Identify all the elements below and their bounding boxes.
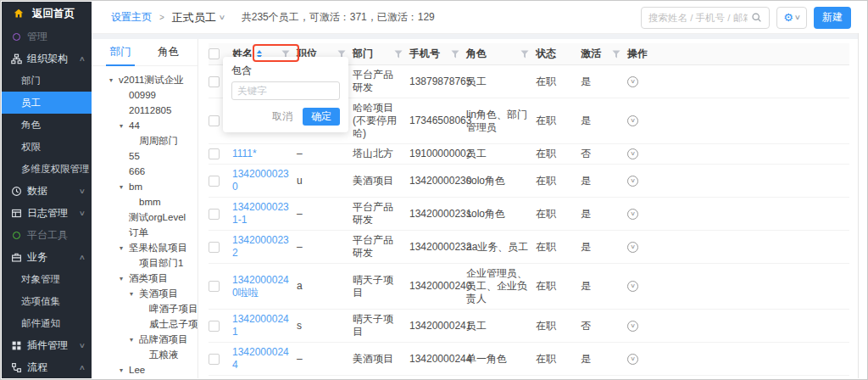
sidebar-item-org-structure[interactable]: 组织架构 ∧ — [2, 48, 92, 70]
employee-name-link[interactable]: 13420000230 — [232, 168, 290, 193]
search-icon[interactable] — [751, 12, 762, 23]
status-cell: 在职 — [536, 320, 556, 332]
tree-node-label: 20112805 — [129, 105, 171, 115]
chevron-down-icon[interactable]: ∨ — [218, 14, 225, 21]
scrollbar-track[interactable] — [858, 33, 866, 378]
sidebar-item-employees[interactable]: 员工 — [2, 92, 92, 114]
tree-node[interactable]: Lee — [92, 362, 198, 377]
row-actions-icon[interactable] — [627, 76, 638, 87]
tree-node[interactable]: 20112805 — [92, 103, 198, 118]
tree-node[interactable]: 五粮液 — [92, 347, 198, 362]
role-cell: lin角色、部门管理员 — [466, 109, 527, 133]
tree-expand-arrow[interactable] — [130, 336, 139, 344]
sidebar-item-email-notify[interactable]: 邮件通知 — [2, 312, 92, 334]
tree-node[interactable]: 55 — [92, 148, 198, 164]
filter-confirm-button[interactable]: 确定 — [303, 108, 340, 126]
row-checkbox[interactable] — [209, 209, 220, 220]
select-all-checkbox[interactable] — [209, 48, 220, 59]
employee-name-link[interactable]: 13420000244 — [232, 346, 290, 372]
sidebar-home-link[interactable]: 返回首页 — [2, 2, 92, 25]
breadcrumb-current[interactable]: 正式员工 — [172, 10, 216, 25]
filter-icon[interactable] — [520, 50, 529, 59]
tab-departments[interactable]: 部门 — [97, 39, 145, 65]
tree-node[interactable]: 订单 — [92, 225, 198, 240]
tree-expand-arrow[interactable] — [120, 244, 129, 252]
filter-keyword-input[interactable] — [231, 81, 340, 100]
tree-expand-arrow[interactable] — [120, 366, 129, 374]
sidebar-item-roles[interactable]: 角色 — [2, 114, 92, 136]
tree-node[interactable]: 坚果松鼠项目 — [92, 240, 198, 255]
tree-node[interactable]: bm — [92, 179, 198, 194]
row-actions-icon[interactable] — [627, 209, 638, 220]
row-checkbox[interactable] — [209, 148, 220, 159]
status-cell: 在职 — [536, 115, 556, 127]
row-actions-icon[interactable] — [627, 354, 638, 365]
tree-node[interactable]: 品牌酒项目 — [92, 332, 198, 347]
filter-icon[interactable] — [451, 50, 459, 59]
sidebar-item-platform-tools[interactable]: 平台工具 — [2, 224, 92, 246]
tree-node[interactable]: 44 — [92, 118, 198, 133]
sidebar: 返回首页 管理 组织架构 ∧ 部门 员工 角色 权限 多维度权限管理 数据 ∨ — [2, 2, 92, 378]
sidebar-item-data[interactable]: 数据 ∨ — [2, 180, 92, 202]
employee-name-link[interactable]: 13420000240啦啦 — [232, 274, 290, 299]
tree-node[interactable]: 周周部门 — [92, 133, 198, 148]
sidebar-item-departments[interactable]: 部门 — [2, 70, 92, 92]
row-actions-icon[interactable] — [627, 148, 638, 159]
employee-name-link[interactable]: 13420000241 — [232, 313, 290, 338]
sidebar-item-object-management[interactable]: 对象管理 — [2, 268, 92, 290]
sidebar-item-logs[interactable]: 日志管理 ∨ — [2, 202, 92, 224]
sidebar-item-permissions[interactable]: 权限 — [2, 136, 92, 158]
filter-icon[interactable] — [612, 50, 620, 59]
row-checkbox[interactable] — [209, 115, 220, 126]
tree-node-label: 00999 — [129, 90, 156, 100]
row-checkbox[interactable] — [209, 176, 220, 187]
tree-expand-arrow[interactable] — [120, 275, 129, 282]
row-actions-icon[interactable] — [627, 321, 638, 332]
position-cell: – — [297, 353, 303, 365]
row-actions-icon[interactable] — [627, 242, 638, 253]
row-checkbox[interactable] — [209, 354, 220, 365]
search-input[interactable] — [648, 13, 748, 23]
tree-node[interactable]: v2011测试企业 — [92, 72, 198, 87]
tree-node[interactable]: 666 — [92, 164, 198, 179]
row-actions-icon[interactable] — [627, 115, 638, 126]
tree-node[interactable]: 美酒项目 — [92, 286, 198, 301]
activated-cell: 是 — [581, 115, 591, 127]
tree-node[interactable]: 00999 — [92, 87, 198, 103]
tree-expand-arrow[interactable] — [130, 290, 139, 298]
row-checkbox[interactable] — [209, 281, 220, 292]
tree-node[interactable]: 威士忌子项目 — [92, 316, 198, 332]
row-checkbox[interactable] — [209, 76, 220, 87]
sidebar-item-multidim-permissions[interactable]: 多维度权限管理 — [2, 158, 92, 180]
tree-expand-arrow[interactable] — [120, 183, 129, 191]
employee-name-link[interactable]: 13420000232 — [232, 234, 290, 260]
sidebar-item-guanli[interactable]: 管理 — [2, 25, 92, 48]
tab-roles[interactable]: 角色 — [145, 39, 193, 65]
settings-dropdown-button[interactable]: ⚙ ∨ — [776, 7, 807, 29]
tree-node[interactable]: 测试orgLevel — [92, 210, 198, 225]
sidebar-item-business[interactable]: 业务 ∧ — [2, 246, 92, 268]
employee-name-link[interactable]: 1111* — [232, 148, 290, 160]
chevron-up-icon: ∧ — [79, 364, 86, 372]
tree-expand-arrow[interactable] — [109, 76, 119, 84]
sidebar-item-plugins[interactable]: 插件管理 ∨ — [2, 334, 92, 356]
row-checkbox[interactable] — [209, 242, 220, 253]
row-actions-icon[interactable] — [627, 281, 638, 292]
filter-cancel-button[interactable]: 取消 — [272, 109, 292, 124]
tree-node[interactable]: 酒类项目 — [92, 271, 198, 286]
tree-node[interactable]: bmm — [92, 194, 198, 210]
breadcrumb-home-link[interactable]: 设置主页 — [111, 10, 152, 25]
filter-icon[interactable] — [394, 50, 403, 59]
create-new-button[interactable]: 新建 — [814, 7, 851, 29]
employee-name-link[interactable]: 13420000231-1 — [232, 201, 290, 226]
phone-cell: 13420000230 — [409, 175, 471, 187]
column-header-role: 角色 — [466, 48, 487, 60]
status-cell: 在职 — [536, 241, 556, 254]
tree-node[interactable]: 项目部门1 — [92, 255, 198, 271]
sidebar-item-option-sets[interactable]: 选项值集 — [2, 290, 92, 312]
row-actions-icon[interactable] — [627, 176, 638, 187]
tree-expand-arrow[interactable] — [120, 122, 129, 130]
tree-node[interactable]: 啤酒子项目 — [92, 301, 198, 316]
row-checkbox[interactable] — [209, 321, 220, 332]
sidebar-item-workflow[interactable]: 流程 ∧ — [2, 356, 92, 378]
